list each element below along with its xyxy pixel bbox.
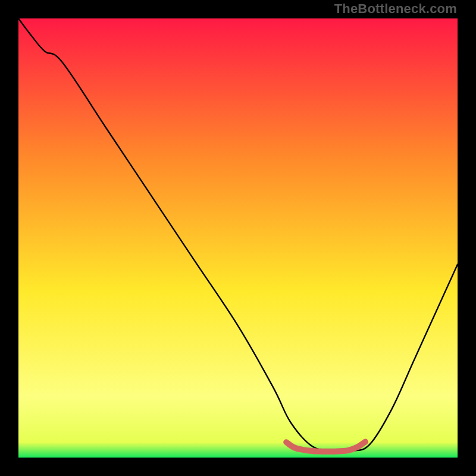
chart-frame: TheBottleneck.com [0,0,476,476]
watermark-text: TheBottleneck.com [334,1,457,17]
bottleneck-curve [18,18,458,452]
plot-area [18,18,458,458]
valley-marker [286,441,365,451]
curve-layer [18,18,458,458]
